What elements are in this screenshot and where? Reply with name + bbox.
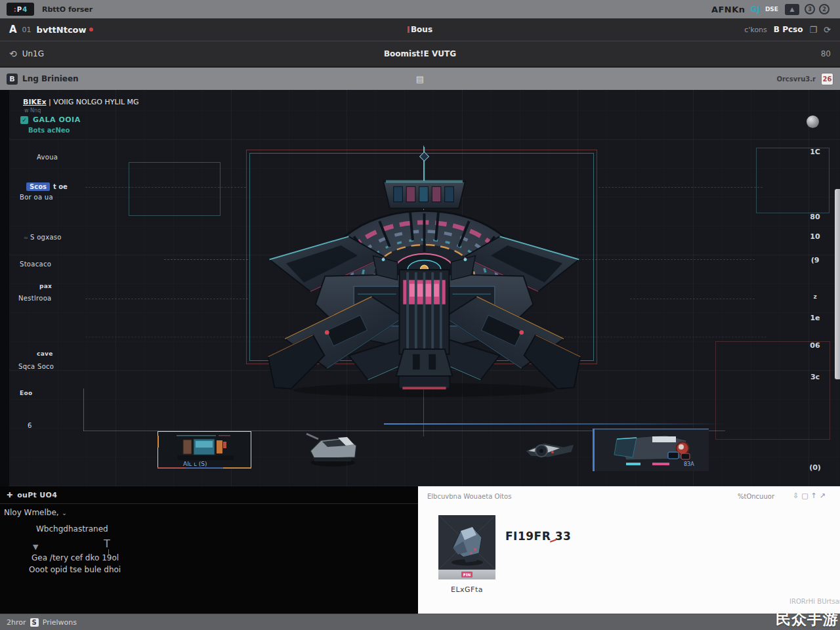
console-header[interactable]: ✚ ouPt UO4 [0, 486, 418, 504]
titlebar: : P 4 RbttO forser AFNKn GJ DSE ▲ 3 2 [0, 0, 840, 18]
titlebar-account-badge[interactable]: GJ [751, 5, 760, 14]
thumbnail-c-label: 8ЗA [684, 461, 694, 467]
part-label[interactable]: pax [39, 283, 52, 289]
asset-tag: FIN [461, 572, 472, 578]
guide-line [579, 259, 755, 260]
circle-button-1[interactable]: 3 [805, 4, 815, 14]
nav-right-value: 80 [821, 49, 831, 58]
watermark: 民众手游 [776, 609, 839, 629]
guide-line [85, 187, 246, 188]
viewport-scrollbar[interactable] [835, 189, 840, 379]
menubar-center-label: Bous [411, 25, 432, 34]
part-label[interactable]: Bor oa ua [20, 194, 53, 201]
asset-card[interactable]: FIN ELxGFta [438, 515, 495, 594]
scene-title: Boomist!E VUTG [0, 49, 840, 58]
application-window: : P 4 RbttO forser AFNKn GJ DSE ▲ 3 2 A … [0, 0, 840, 630]
asset-thumbnail[interactable] [438, 515, 495, 570]
guide-rect [756, 148, 830, 213]
console-line-1[interactable]: Nloy Wmelbe,⌄ [4, 508, 67, 517]
blueprint-icon[interactable]: B [7, 74, 18, 85]
app-logo-glyph: : [14, 6, 16, 13]
viewport-title-rest: | VOIIG NOLGO HYLIL MG [47, 98, 139, 106]
guide-rect [715, 341, 830, 440]
measure-value: 10 [805, 232, 826, 241]
viewport-subtitle: w Nnq [24, 108, 41, 114]
guide-line [164, 259, 248, 260]
part-label[interactable]: ≈S ogxaso [24, 234, 62, 241]
chevron-down-icon: ⌄ [62, 509, 67, 516]
toolbar-right-label: Orcsvru3.r [776, 75, 816, 83]
viewport-thumbnail-drone[interactable] [522, 436, 578, 464]
dropdown-triangle-icon[interactable]: ▼ [33, 543, 38, 551]
thumbnail-a-label: AIʟ ʟ (S) [183, 461, 207, 467]
measure-value: 06 [805, 341, 826, 350]
image-icon[interactable]: ▲ [785, 4, 799, 15]
statusbar: 2hror S Prielwons [0, 614, 840, 630]
plus-icon[interactable]: ✚ [7, 491, 12, 499]
layer-label-1: GALA OOIA [33, 116, 81, 124]
checkbox-icon[interactable]: ✓ [20, 116, 28, 124]
inspector-action-icons[interactable]: ⇩▢↑↗ [793, 492, 828, 500]
viewport-thumbnail-rover[interactable]: 8ЗA [593, 429, 709, 471]
navbar: ⟲ Un1G Boomist!E VUTG 80 [0, 41, 840, 66]
menu-index: 01 [22, 26, 32, 34]
measure-value: 80 [805, 213, 826, 221]
part-label[interactable]: Stoacaco [20, 261, 51, 268]
app-logo-glyph: 4 [22, 6, 27, 13]
app-logo-icon[interactable]: : P 4 [7, 3, 34, 16]
unsaved-dot [89, 28, 93, 32]
layer-row-2[interactable]: Bots acNeo [28, 127, 70, 134]
asset-thumbnail-strip: FIN [438, 570, 495, 579]
status-badge[interactable]: S [30, 618, 39, 627]
titlebar-mode-label: DSE [765, 6, 778, 12]
part-label[interactable]: Avoua [37, 154, 58, 161]
viewport-left-margin [0, 90, 9, 486]
menu-right-dim[interactable]: c'kons [744, 26, 766, 34]
console-line-3: Gea /tery cef dko 19ol [32, 553, 119, 562]
guide-line [85, 299, 248, 299]
project-title[interactable]: bvttNtcow [37, 25, 87, 35]
inspector-footer: IRORrHi BUrtsam [789, 598, 840, 605]
menu-app-letter[interactable]: A [9, 24, 17, 35]
viewport-thumbnail-console[interactable]: AIʟ ʟ (S) [158, 431, 251, 469]
count-badge[interactable]: 26 [821, 73, 833, 85]
console-line-2: Wbchgdhastraned [36, 524, 108, 534]
asset-caption: ELxGFta [438, 585, 495, 594]
guide-line [598, 187, 763, 188]
part-label-text: S ogxaso [30, 234, 62, 241]
circle-button-2[interactable]: 2 [819, 4, 830, 14]
part-label[interactable]: Eoo [20, 390, 32, 396]
app-logo-glyph: P [17, 6, 22, 13]
sync-icon[interactable]: ⟳ [824, 25, 831, 35]
console-line-1-text: Nloy Wmelbe, [4, 508, 59, 517]
ship-blueprint[interactable] [249, 143, 599, 399]
part-label[interactable]: Nestlrooa [18, 295, 52, 302]
part-label[interactable]: cave [37, 350, 53, 357]
toolbar-left-label[interactable]: Lng Brinieen [22, 74, 79, 83]
viewport-title: BIKEx | VOIIG NOLGO HYLIL MG [23, 98, 139, 106]
viewport-title-bold: BIKEx [23, 98, 47, 106]
orbit-sphere-icon[interactable] [807, 116, 819, 128]
editor-viewport[interactable]: BIKEx | VOIIG NOLGO HYLIL MG w Nnq ✓ GAL… [0, 90, 840, 486]
measure-value: (9 [805, 256, 826, 264]
layer-row-1[interactable]: ✓ GALA OOIA [20, 116, 81, 124]
measure-value: (0) [805, 463, 826, 472]
inspector-header: Elbcuvbna Wouaeta Oitos [427, 493, 511, 500]
part-label[interactable]: Sqca Soco [18, 363, 54, 370]
keyboard-icon[interactable]: ▤ [0, 74, 840, 84]
selected-part-chip[interactable]: Scos [26, 182, 50, 191]
console-title: ouPt UO4 [17, 491, 57, 499]
part-label[interactable]: 6 [28, 422, 32, 429]
measure-value: z [805, 293, 826, 300]
inspector-header-right[interactable]: %tOncuuor [738, 493, 774, 500]
menu-right-bold[interactable]: B Pcso [774, 25, 803, 34]
toolbar: B Lng Brinieen ▤ Orcsvru3.r 26 [0, 66, 840, 90]
viewport-thumbnail-vehicle[interactable] [299, 429, 368, 469]
status-text-2: Prielwons [43, 618, 77, 627]
selected-part-rest: t oe [53, 183, 68, 190]
book-icon[interactable]: ❐ [809, 25, 817, 35]
selected-part-row[interactable]: Scos t oe [26, 182, 68, 191]
menubar: A 01 bvttNtcow Bous c'kons B Pcso ❐ ⟳ [0, 18, 840, 41]
measure-value: 3c [805, 373, 826, 381]
blue-guide-line [384, 423, 725, 425]
